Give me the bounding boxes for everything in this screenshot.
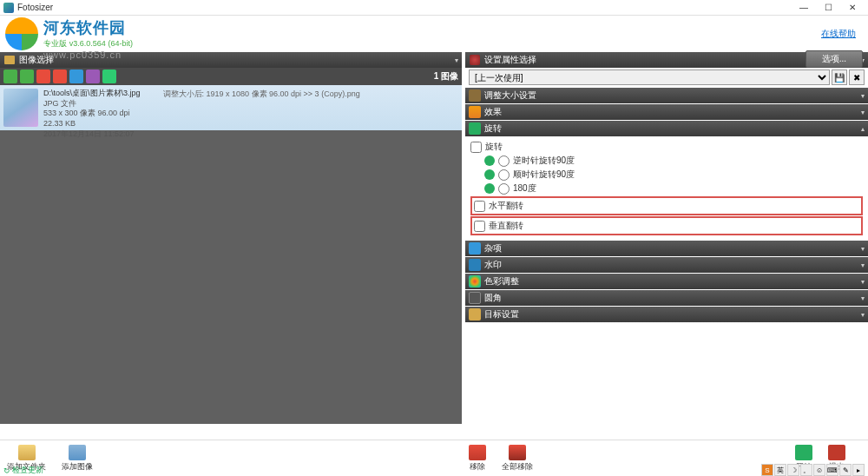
rotate-cw-icon bbox=[484, 155, 495, 166]
help-link[interactable]: 在线帮助 bbox=[821, 28, 856, 40]
rotate-cw-radio[interactable] bbox=[498, 155, 510, 167]
chevron-icon: ▴ bbox=[861, 125, 865, 133]
chevron-icon: ▾ bbox=[861, 261, 865, 269]
image-date: 2017年12月14日 11:52:07 bbox=[43, 129, 141, 140]
chevron-icon: ▾ bbox=[861, 311, 865, 319]
ime-emoji-icon[interactable]: ☺ bbox=[813, 464, 825, 476]
remove-icon bbox=[469, 445, 486, 460]
remove-all-button[interactable]: 全部移除 bbox=[502, 445, 533, 473]
edition-label: 专业版 bbox=[43, 39, 67, 48]
chevron-icon: ▾ bbox=[861, 245, 865, 253]
ime-punct[interactable]: 。 bbox=[800, 464, 812, 476]
titlebar: Fotosizer — ☐ ✕ bbox=[0, 0, 868, 16]
watermark-icon bbox=[469, 259, 481, 271]
settings-panel: 设置属性选择 ▾ [上一次使用] 💾 ✖ 调整大小设置 ▾ 效果 ▾ 旋转 ▴ … bbox=[462, 52, 868, 424]
folder-icon bbox=[18, 445, 36, 460]
flip-v-checkbox[interactable] bbox=[474, 221, 485, 232]
remove-button[interactable] bbox=[36, 69, 50, 83]
misc-icon bbox=[469, 242, 481, 255]
section-watermark[interactable]: 水印 ▾ bbox=[465, 257, 868, 273]
rotate-options: 旋转 逆时针旋转90度 顺时针旋转90度 180度 水平翻转 垂直翻转 bbox=[465, 136, 868, 240]
dest-icon bbox=[469, 308, 481, 321]
refresh-button[interactable] bbox=[69, 69, 83, 83]
brand-url: www.pc0359.cn bbox=[43, 50, 133, 60]
header: 河东软件园 专业版 v3.6.0.564 (64-bit) www.pc0359… bbox=[0, 16, 868, 52]
remove-button[interactable]: 移除 bbox=[469, 445, 486, 473]
app-icon bbox=[3, 3, 14, 13]
rotate-180-radio[interactable] bbox=[498, 183, 510, 195]
resize-info: 调整大小后: 1919 x 1080 像素 96.00 dpi >> 3 (Co… bbox=[163, 89, 360, 127]
ime-close-icon[interactable]: ▸ bbox=[852, 464, 865, 476]
update-link[interactable]: ↻ 检查更新 bbox=[3, 465, 43, 476]
rotate-ccw-icon bbox=[484, 169, 495, 180]
chevron-icon: ▾ bbox=[861, 278, 865, 286]
ime-lang[interactable]: 英 bbox=[774, 464, 786, 476]
corner-icon bbox=[469, 292, 481, 304]
color-icon bbox=[469, 275, 481, 288]
rotate-180-icon bbox=[484, 183, 495, 194]
ime-icon[interactable]: S bbox=[761, 464, 773, 476]
image-icon bbox=[69, 445, 86, 460]
maximize-button[interactable]: ☐ bbox=[816, 1, 840, 15]
footer: 添加文件夹 添加图像 移除 全部移除 开始 退出 bbox=[0, 440, 868, 476]
section-dest[interactable]: 目标设置 ▾ bbox=[465, 307, 868, 322]
arch-label: (64-bit) bbox=[108, 39, 134, 48]
section-effects[interactable]: 效果 ▾ bbox=[465, 104, 868, 120]
options-button[interactable]: 选项... bbox=[806, 50, 863, 68]
version-label: v3.6.0.564 bbox=[69, 39, 106, 48]
section-rotate[interactable]: 旋转 ▴ bbox=[465, 121, 868, 136]
save-button[interactable] bbox=[102, 69, 116, 83]
chevron-icon: ▾ bbox=[861, 294, 865, 302]
flip-h-checkbox[interactable] bbox=[474, 201, 485, 212]
add-folder-button[interactable] bbox=[20, 69, 34, 83]
window-title: Fotosizer bbox=[17, 3, 792, 12]
remove-all-icon bbox=[509, 445, 526, 460]
rotate-icon bbox=[469, 122, 481, 135]
chevron-down-icon: ▾ bbox=[455, 56, 458, 64]
image-size: 22.33 KB bbox=[43, 119, 141, 129]
image-type: JPG 文件 bbox=[43, 99, 141, 109]
brand-name: 河东软件园 bbox=[43, 17, 133, 38]
minimize-button[interactable]: — bbox=[792, 1, 816, 15]
ime-tool-icon[interactable]: ✎ bbox=[839, 464, 852, 476]
preset-save-button[interactable]: 💾 bbox=[832, 69, 847, 85]
settings-title: 设置属性选择 bbox=[484, 54, 536, 66]
preset-delete-button[interactable]: ✖ bbox=[849, 69, 865, 85]
resize-icon bbox=[469, 89, 481, 102]
ime-bar: S 英 ☽ 。 ☺ ⌨ ✎ ▸ bbox=[761, 464, 865, 476]
close-button[interactable]: ✕ bbox=[840, 1, 865, 15]
power-icon bbox=[828, 445, 845, 460]
ime-moon-icon[interactable]: ☽ bbox=[787, 464, 799, 476]
logo-icon bbox=[5, 17, 38, 50]
play-icon bbox=[795, 445, 812, 460]
thumbnail bbox=[3, 89, 38, 127]
folder-icon bbox=[4, 56, 15, 64]
image-dims: 533 x 300 像素 96.00 dpi bbox=[43, 109, 141, 119]
add-button[interactable] bbox=[3, 69, 17, 83]
chevron-icon: ▾ bbox=[861, 109, 865, 116]
section-corner[interactable]: 圆角 ▾ bbox=[465, 290, 868, 306]
section-color[interactable]: 色彩调整 ▾ bbox=[465, 274, 868, 289]
view-button[interactable] bbox=[86, 69, 100, 83]
gear-icon bbox=[470, 55, 480, 65]
ime-kbd-icon[interactable]: ⌨ bbox=[826, 464, 838, 476]
image-list-item[interactable]: D:\tools\桌面\图片素材\3.jpg JPG 文件 533 x 300 … bbox=[0, 85, 462, 130]
add-image-button[interactable]: 添加图像 bbox=[62, 445, 93, 473]
section-resize[interactable]: 调整大小设置 ▾ bbox=[465, 88, 868, 103]
rotate-checkbox[interactable] bbox=[470, 142, 482, 153]
section-misc[interactable]: 杂项 ▾ bbox=[465, 241, 868, 256]
image-count: 1 图像 bbox=[434, 70, 458, 83]
effects-icon bbox=[469, 106, 481, 118]
image-list-panel: 图像选择 ▾ 1 图像 D:\tools\桌面\图片素材\3.jpg JPG 文… bbox=[0, 52, 462, 424]
preset-select[interactable]: [上一次使用] bbox=[469, 69, 830, 85]
remove-all-button[interactable] bbox=[53, 69, 67, 83]
image-toolbar: 1 图像 bbox=[0, 68, 462, 85]
rotate-ccw-radio[interactable] bbox=[498, 169, 510, 181]
chevron-icon: ▾ bbox=[861, 92, 865, 100]
image-path: D:\tools\桌面\图片素材\3.jpg bbox=[43, 89, 141, 99]
